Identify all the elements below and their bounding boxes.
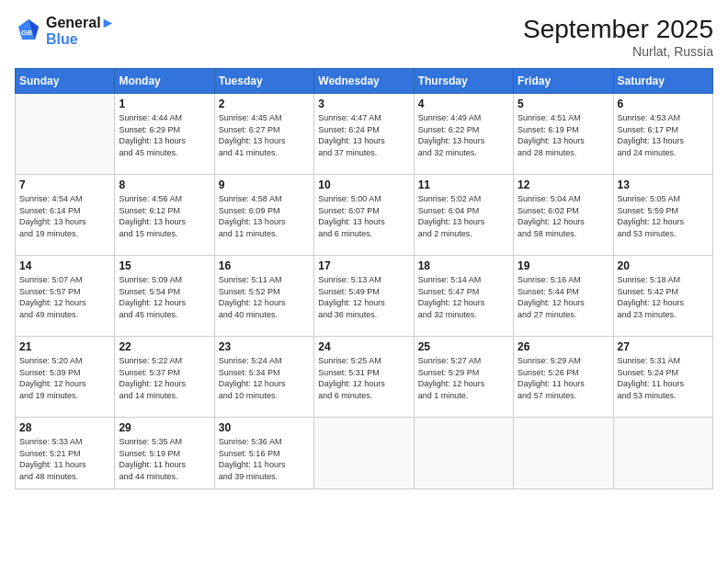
calendar-cell xyxy=(414,418,513,489)
day-info: Sunrise: 5:16 AM Sunset: 5:44 PM Dayligh… xyxy=(518,274,609,320)
day-info: Sunrise: 5:14 AM Sunset: 5:47 PM Dayligh… xyxy=(418,274,509,320)
day-info: Sunrise: 5:07 AM Sunset: 5:57 PM Dayligh… xyxy=(19,274,110,320)
day-number: 7 xyxy=(19,178,110,191)
header: GB General► Blue September 2025 Nurlat, … xyxy=(15,15,713,59)
day-info: Sunrise: 5:02 AM Sunset: 6:04 PM Dayligh… xyxy=(418,193,509,239)
week-row-3: 14Sunrise: 5:07 AM Sunset: 5:57 PM Dayli… xyxy=(16,256,713,337)
calendar-cell: 9Sunrise: 4:58 AM Sunset: 6:09 PM Daylig… xyxy=(214,175,313,256)
day-number: 10 xyxy=(318,178,409,191)
day-info: Sunrise: 4:51 AM Sunset: 6:19 PM Dayligh… xyxy=(518,112,609,158)
month-title: September 2025 xyxy=(523,15,713,44)
weekday-header-sunday: Sunday xyxy=(16,69,115,94)
calendar-cell xyxy=(16,94,115,175)
calendar-cell: 27Sunrise: 5:31 AM Sunset: 5:24 PM Dayli… xyxy=(613,337,712,418)
day-number: 6 xyxy=(618,98,709,110)
day-number: 17 xyxy=(318,259,409,272)
weekday-header-friday: Friday xyxy=(514,69,613,94)
calendar-cell: 22Sunrise: 5:22 AM Sunset: 5:37 PM Dayli… xyxy=(115,337,214,418)
day-number: 27 xyxy=(618,340,709,353)
day-number: 9 xyxy=(219,178,310,191)
calendar-cell: 8Sunrise: 4:56 AM Sunset: 6:12 PM Daylig… xyxy=(115,175,214,256)
day-info: Sunrise: 4:47 AM Sunset: 6:24 PM Dayligh… xyxy=(318,112,409,158)
day-number: 22 xyxy=(119,340,210,353)
day-number: 26 xyxy=(518,340,609,353)
day-info: Sunrise: 5:35 AM Sunset: 5:19 PM Dayligh… xyxy=(119,436,210,482)
day-info: Sunrise: 5:29 AM Sunset: 5:26 PM Dayligh… xyxy=(518,355,609,401)
weekday-header-thursday: Thursday xyxy=(414,69,513,94)
calendar-cell xyxy=(613,418,712,489)
calendar-cell: 29Sunrise: 5:35 AM Sunset: 5:19 PM Dayli… xyxy=(115,418,214,489)
logo: GB General► Blue xyxy=(15,15,115,47)
title-block: September 2025 Nurlat, Russia xyxy=(523,15,713,59)
day-number: 23 xyxy=(219,340,310,353)
day-number: 1 xyxy=(119,98,210,110)
day-number: 16 xyxy=(219,259,310,272)
calendar-cell: 14Sunrise: 5:07 AM Sunset: 5:57 PM Dayli… xyxy=(16,256,115,337)
day-info: Sunrise: 4:53 AM Sunset: 6:17 PM Dayligh… xyxy=(618,112,709,158)
day-info: Sunrise: 5:31 AM Sunset: 5:24 PM Dayligh… xyxy=(618,355,709,401)
day-info: Sunrise: 4:54 AM Sunset: 6:14 PM Dayligh… xyxy=(19,193,110,239)
day-number: 24 xyxy=(318,340,409,353)
calendar-cell: 11Sunrise: 5:02 AM Sunset: 6:04 PM Dayli… xyxy=(414,175,513,256)
day-info: Sunrise: 5:18 AM Sunset: 5:42 PM Dayligh… xyxy=(618,274,709,320)
day-number: 8 xyxy=(119,178,210,191)
day-number: 2 xyxy=(219,98,310,110)
calendar-cell: 23Sunrise: 5:24 AM Sunset: 5:34 PM Dayli… xyxy=(214,337,313,418)
calendar-cell: 13Sunrise: 5:05 AM Sunset: 5:59 PM Dayli… xyxy=(613,175,712,256)
day-info: Sunrise: 5:09 AM Sunset: 5:54 PM Dayligh… xyxy=(119,274,210,320)
day-info: Sunrise: 5:33 AM Sunset: 5:21 PM Dayligh… xyxy=(19,436,110,482)
day-info: Sunrise: 4:49 AM Sunset: 6:22 PM Dayligh… xyxy=(418,112,509,158)
day-info: Sunrise: 5:00 AM Sunset: 6:07 PM Dayligh… xyxy=(318,193,409,239)
calendar-cell: 10Sunrise: 5:00 AM Sunset: 6:07 PM Dayli… xyxy=(314,175,414,256)
calendar-cell: 7Sunrise: 4:54 AM Sunset: 6:14 PM Daylig… xyxy=(16,175,115,256)
day-number: 30 xyxy=(219,421,310,434)
week-row-1: 1Sunrise: 4:44 AM Sunset: 6:29 PM Daylig… xyxy=(16,94,713,175)
calendar-cell: 1Sunrise: 4:44 AM Sunset: 6:29 PM Daylig… xyxy=(115,94,214,175)
weekday-header-tuesday: Tuesday xyxy=(214,69,313,94)
weekday-header-wednesday: Wednesday xyxy=(314,69,414,94)
calendar-cell: 17Sunrise: 5:13 AM Sunset: 5:49 PM Dayli… xyxy=(314,256,414,337)
day-number: 13 xyxy=(618,178,709,191)
day-info: Sunrise: 5:11 AM Sunset: 5:52 PM Dayligh… xyxy=(219,274,310,320)
calendar-cell: 12Sunrise: 5:04 AM Sunset: 6:02 PM Dayli… xyxy=(514,175,613,256)
day-number: 20 xyxy=(618,259,709,272)
calendar-cell: 3Sunrise: 4:47 AM Sunset: 6:24 PM Daylig… xyxy=(314,94,414,175)
day-info: Sunrise: 5:22 AM Sunset: 5:37 PM Dayligh… xyxy=(119,355,210,401)
day-info: Sunrise: 5:13 AM Sunset: 5:49 PM Dayligh… xyxy=(318,274,409,320)
day-info: Sunrise: 4:58 AM Sunset: 6:09 PM Dayligh… xyxy=(219,193,310,239)
day-number: 4 xyxy=(418,98,509,110)
day-info: Sunrise: 5:04 AM Sunset: 6:02 PM Dayligh… xyxy=(518,193,609,239)
weekday-header-row: SundayMondayTuesdayWednesdayThursdayFrid… xyxy=(16,69,713,94)
week-row-5: 28Sunrise: 5:33 AM Sunset: 5:21 PM Dayli… xyxy=(16,418,713,489)
day-info: Sunrise: 5:05 AM Sunset: 5:59 PM Dayligh… xyxy=(618,193,709,239)
calendar-cell xyxy=(314,418,414,489)
day-info: Sunrise: 5:27 AM Sunset: 5:29 PM Dayligh… xyxy=(418,355,509,401)
calendar-cell: 25Sunrise: 5:27 AM Sunset: 5:29 PM Dayli… xyxy=(414,337,513,418)
day-number: 11 xyxy=(418,178,509,191)
calendar-cell: 18Sunrise: 5:14 AM Sunset: 5:47 PM Dayli… xyxy=(414,256,513,337)
calendar-cell xyxy=(514,418,613,489)
day-number: 25 xyxy=(418,340,509,353)
day-number: 28 xyxy=(19,421,110,434)
day-number: 14 xyxy=(19,259,110,272)
day-number: 21 xyxy=(19,340,110,353)
calendar-cell: 2Sunrise: 4:45 AM Sunset: 6:27 PM Daylig… xyxy=(214,94,313,175)
week-row-2: 7Sunrise: 4:54 AM Sunset: 6:14 PM Daylig… xyxy=(16,175,713,256)
svg-text:GB: GB xyxy=(21,29,32,37)
calendar-table: SundayMondayTuesdayWednesdayThursdayFrid… xyxy=(15,68,713,489)
day-number: 3 xyxy=(318,98,409,110)
day-number: 15 xyxy=(119,259,210,272)
day-info: Sunrise: 4:44 AM Sunset: 6:29 PM Dayligh… xyxy=(119,112,210,158)
weekday-header-saturday: Saturday xyxy=(613,69,712,94)
calendar-cell: 24Sunrise: 5:25 AM Sunset: 5:31 PM Dayli… xyxy=(314,337,414,418)
page: GB General► Blue September 2025 Nurlat, … xyxy=(0,0,728,563)
day-number: 5 xyxy=(518,98,609,110)
calendar-cell: 15Sunrise: 5:09 AM Sunset: 5:54 PM Dayli… xyxy=(115,256,214,337)
day-info: Sunrise: 5:25 AM Sunset: 5:31 PM Dayligh… xyxy=(318,355,409,401)
calendar-cell: 5Sunrise: 4:51 AM Sunset: 6:19 PM Daylig… xyxy=(514,94,613,175)
calendar-cell: 4Sunrise: 4:49 AM Sunset: 6:22 PM Daylig… xyxy=(414,94,513,175)
day-info: Sunrise: 4:45 AM Sunset: 6:27 PM Dayligh… xyxy=(219,112,310,158)
day-info: Sunrise: 5:24 AM Sunset: 5:34 PM Dayligh… xyxy=(219,355,310,401)
day-info: Sunrise: 4:56 AM Sunset: 6:12 PM Dayligh… xyxy=(119,193,210,239)
weekday-header-monday: Monday xyxy=(115,69,214,94)
